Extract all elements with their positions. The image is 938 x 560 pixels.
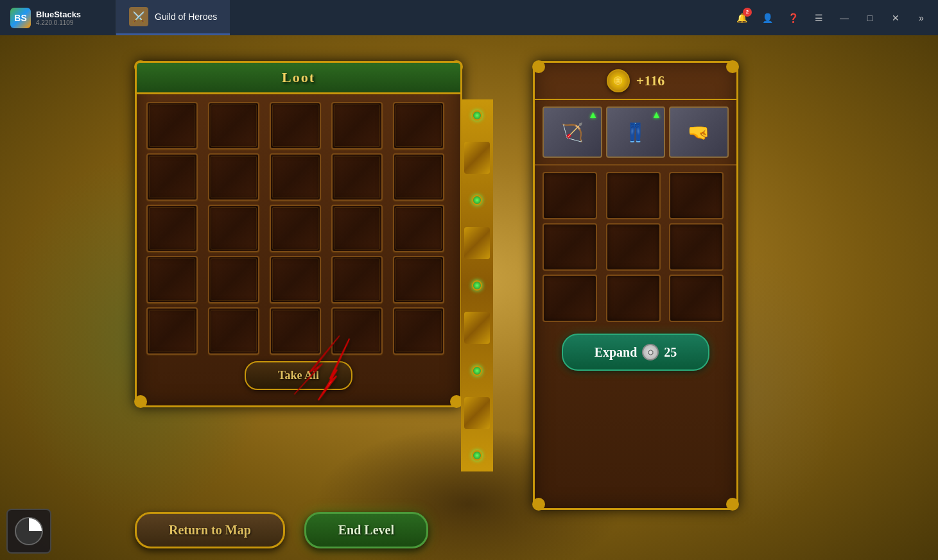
bracers-icon: 🤜	[670, 108, 727, 157]
center-connector	[461, 99, 493, 471]
help-button[interactable]: ❓	[781, 6, 804, 30]
connector-gem	[472, 450, 482, 461]
inventory-equipped-row: ▲ 🏹 ▲ 👖 🤜	[535, 100, 736, 165]
game-tab[interactable]: ⚔️ Guild of Heroes	[116, 0, 230, 35]
take-all-button[interactable]: Take All	[245, 361, 352, 390]
loot-cell[interactable]	[208, 307, 259, 355]
inv-cell[interactable]	[606, 223, 661, 271]
upgrade-arrow-pants: ▲	[651, 109, 661, 121]
loot-cell[interactable]	[393, 307, 444, 355]
more-button[interactable]: »	[910, 6, 933, 30]
menu-button[interactable]: ☰	[807, 6, 830, 30]
loot-cell[interactable]	[270, 307, 321, 355]
loot-cell[interactable]	[208, 102, 259, 149]
equipped-item-bracers[interactable]: 🤜	[669, 106, 729, 158]
loot-cell[interactable]	[270, 102, 321, 149]
loot-cell[interactable]	[270, 256, 321, 303]
notification-button[interactable]: 🔔 2	[730, 6, 753, 30]
loot-cell[interactable]	[208, 153, 259, 201]
loot-cell[interactable]	[208, 205, 259, 252]
app-version: 4.220.0.1109	[36, 19, 81, 26]
connector-ornament	[464, 312, 490, 344]
loot-cell[interactable]	[331, 205, 383, 252]
gold-amount: +116	[636, 72, 664, 89]
loot-cell[interactable]	[393, 153, 444, 201]
upgrade-arrow-bow: ▲	[588, 109, 598, 121]
titlebar: BS BlueStacks 4.220.0.1109 ⚔️ Guild of H…	[0, 0, 938, 35]
inv-cell[interactable]	[606, 275, 661, 322]
loot-cell[interactable]	[393, 256, 444, 303]
loot-title: Loot	[282, 69, 315, 85]
inv-cell[interactable]	[669, 172, 724, 219]
inv-corner-tl	[532, 60, 545, 73]
connector-gem	[472, 110, 482, 121]
loot-cell[interactable]	[146, 307, 198, 355]
inv-cell[interactable]	[543, 275, 597, 322]
loot-grid-container: Take All	[137, 94, 460, 405]
connector-ornament	[464, 397, 490, 429]
game-area: Loot	[0, 35, 938, 560]
loot-cell[interactable]	[146, 153, 198, 201]
performance-widget[interactable]	[6, 509, 51, 554]
expand-button[interactable]: Expand ⬡ 25	[562, 334, 709, 371]
connector-gem	[472, 280, 482, 291]
bottom-buttons: Return to Map End Level	[135, 512, 428, 548]
notification-badge: 2	[743, 8, 752, 17]
app-name: BlueStacks	[36, 10, 81, 19]
maximize-button[interactable]: □	[858, 6, 882, 30]
corner-decoration-bl	[134, 395, 147, 408]
connector-ornament	[464, 142, 490, 174]
inv-corner-br	[726, 498, 739, 511]
bluestacks-logo: BS	[10, 8, 31, 28]
game-tab-title: Guild of Heroes	[155, 12, 217, 22]
expand-label: Expand	[595, 345, 638, 360]
close-button[interactable]: ✕	[884, 6, 907, 30]
equipped-item-bow[interactable]: ▲ 🏹	[543, 106, 602, 158]
loot-cell[interactable]	[331, 153, 383, 201]
equipped-item-pants[interactable]: ▲ 👖	[606, 106, 666, 158]
inv-corner-tr	[726, 60, 739, 73]
loot-cell[interactable]	[331, 307, 383, 355]
connector-ornament	[464, 227, 490, 259]
inventory-grid	[535, 165, 736, 328]
return-to-map-button[interactable]: Return to Map	[135, 512, 285, 548]
expand-cost-coin: ⬡	[642, 344, 659, 361]
loot-cell[interactable]	[393, 205, 444, 252]
expand-cost: 25	[664, 345, 677, 360]
inventory-panel: 🪙 +116 ▲ 🏹 ▲ 👖 🤜	[533, 61, 738, 510]
loot-cell[interactable]	[393, 102, 444, 149]
loot-cell[interactable]	[146, 256, 198, 303]
inventory-header: 🪙 +116	[535, 63, 736, 100]
titlebar-controls: 🔔 2 👤 ❓ ☰ — □ ✕ »	[730, 6, 938, 30]
inv-cell[interactable]	[543, 172, 597, 219]
bluestacks-tab[interactable]: BS BlueStacks 4.220.0.1109	[0, 0, 116, 35]
loot-panel: Loot	[135, 61, 462, 407]
loot-header: Loot	[137, 63, 460, 94]
loot-cell[interactable]	[146, 102, 198, 149]
inv-cell[interactable]	[606, 172, 661, 219]
minimize-button[interactable]: —	[833, 6, 856, 30]
gold-coin-icon: 🪙	[607, 69, 630, 92]
inv-cell[interactable]	[543, 223, 597, 271]
loot-cell[interactable]	[270, 153, 321, 201]
loot-cell[interactable]	[208, 256, 259, 303]
loot-cell[interactable]	[331, 102, 383, 149]
loot-cell[interactable]	[331, 256, 383, 303]
inv-cell[interactable]	[669, 275, 724, 322]
inv-corner-bl	[532, 498, 545, 511]
performance-chart	[15, 517, 43, 545]
end-level-button[interactable]: End Level	[304, 512, 428, 548]
game-tab-icon: ⚔️	[129, 7, 148, 26]
connector-gem	[472, 366, 482, 376]
loot-cell[interactable]	[270, 205, 321, 252]
bluestacks-title: BlueStacks 4.220.0.1109	[36, 10, 81, 26]
loot-grid	[146, 102, 451, 355]
inv-cell[interactable]	[669, 223, 724, 271]
connector-gem	[472, 195, 482, 205]
loot-cell[interactable]	[146, 205, 198, 252]
account-button[interactable]: 👤	[756, 6, 779, 30]
